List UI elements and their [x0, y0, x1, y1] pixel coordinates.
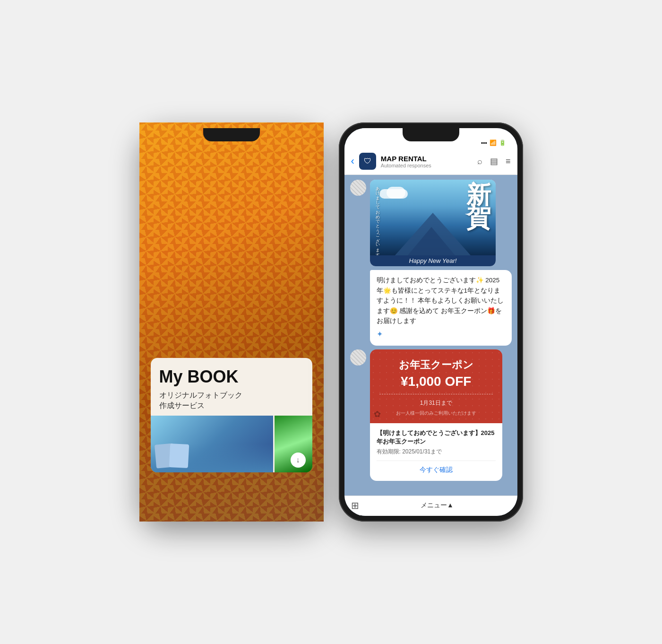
chat-header-right: ‹ 🛡 MAP RENTAL Automated responses ⌕ ▤ ≡ — [344, 149, 517, 175]
newyear-card[interactable]: 新賀 あけましておめでとうございます Happy New Year! — [370, 180, 496, 266]
chat-body-right: 新賀 あけましておめでとうございます Happy New Year! 明けまして… — [344, 175, 517, 496]
back-button-right[interactable]: ‹ — [351, 155, 354, 167]
book-card-top: My BOOK オリジナルフォトブック 作成サービス — [151, 358, 312, 416]
newyear-card-row: 新賀 あけましておめでとうございます Happy New Year! — [350, 180, 512, 266]
coupon-validity: 有効期限: 2025/01/31まで — [377, 448, 496, 456]
phone-screen-right: 9:41 ▪▪▪ 📶 🔋 ‹ 🛡 MAP RENTAL Automated re… — [344, 128, 517, 516]
header-title-block-right: MAP RENTAL Automated responses — [381, 155, 473, 168]
shield-icon-right: 🛡 — [364, 157, 371, 165]
newyear-message-bubble: 明けましておめでとうございます✨ 2025年🌟も皆様にとってステキな1年となりま… — [370, 270, 512, 346]
sender-avatar-right-1 — [350, 180, 366, 196]
phone-right: 9:41 ▪▪▪ 📶 🔋 ‹ 🛡 MAP RENTAL Automated re… — [339, 122, 523, 522]
book-images: ↓ — [151, 416, 312, 472]
book-title: My BOOK — [159, 367, 304, 386]
coupon-card[interactable]: お年玉クーポン ¥1,000 OFF 1月31日まで お一人様一回のみご利用いた… — [370, 349, 502, 481]
newyear-left-text: あけましておめでとうございます — [375, 183, 381, 254]
coupon-top: お年玉クーポン ¥1,000 OFF 1月31日まで お一人様一回のみご利用いた… — [370, 349, 502, 423]
notch-right — [403, 128, 459, 141]
newyear-image: 新賀 あけましておめでとうございます — [370, 180, 496, 255]
header-subtitle-right: Automated responses — [381, 163, 473, 168]
note-icon-right[interactable]: ▤ — [490, 156, 498, 166]
newyear-banner: Happy New Year! — [370, 255, 496, 266]
search-icon-right[interactable]: ⌕ — [477, 157, 482, 166]
book-subtitle: オリジナルフォトブック 作成サービス — [159, 390, 304, 411]
wifi-icon-right: 📶 — [490, 139, 497, 146]
keyboard-icon-right[interactable]: ⊞ — [351, 500, 359, 511]
phone-screen-left: 9:41 ▪▪▪ 📶 🔋 ‹ 🛡 MAP RENTAL Automated re… — [145, 128, 318, 516]
sender-avatar-right-2 — [350, 349, 366, 366]
header-title-right: MAP RENTAL — [381, 155, 473, 163]
autumn-image-right — [255, 243, 302, 337]
chat-footer-right: ⊞ メニュー▲ — [344, 496, 517, 516]
header-actions-right: ⌕ ▤ ≡ — [477, 156, 511, 166]
menu-icon-right[interactable]: ≡ — [506, 157, 511, 166]
book-card[interactable]: My BOOK オリジナルフォトブック 作成サービス — [151, 358, 312, 472]
autumn-collage: 絶景を撮りに行こう 紅葉 — [171, 243, 303, 337]
newyear-message-text: 明けましておめでとうございます✨ 2025年🌟も皆様にとってステキな1年となりま… — [377, 277, 504, 324]
notch — [203, 128, 260, 141]
chat-body-left: 猛暑日が終わり、山間から紅葉のシーズン🍂🍁がはじまります！！ カメラを持って、秋… — [145, 175, 318, 496]
coupon-cta-button[interactable]: 今すぐ確認 — [377, 461, 496, 474]
star-decoration: ✦ — [377, 330, 383, 338]
battery-icon-right: 🔋 — [499, 139, 506, 146]
download-button[interactable]: ↓ — [291, 453, 306, 468]
header-avatar-right: 🛡 — [359, 153, 376, 170]
status-icons-right: ▪▪▪ 📶 🔋 — [481, 139, 506, 146]
phone-left: 9:41 ▪▪▪ 📶 🔋 ‹ 🛡 MAP RENTAL Automated re… — [139, 122, 324, 522]
book-photo-1 — [151, 416, 273, 472]
menu-label-right[interactable]: メニュー▲ — [364, 501, 511, 510]
coupon-name: 【明けましておめでとうございます】2025年お年玉クーポン — [377, 429, 496, 446]
coupon-bottom: 【明けましておめでとうございます】2025年お年玉クーポン 有効期限: 2025… — [370, 423, 502, 481]
signal-icon-right: ▪▪▪ — [481, 139, 487, 146]
leaf-decoration: ✿ — [374, 409, 381, 419]
coupon-row: お年玉クーポン ¥1,000 OFF 1月31日まで お一人様一回のみご利用いた… — [350, 349, 512, 481]
